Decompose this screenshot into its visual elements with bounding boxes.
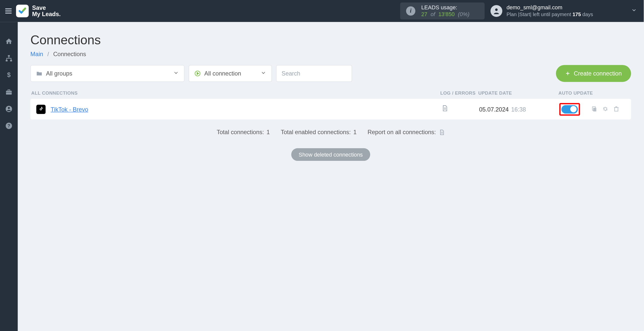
breadcrumb: Main / Connections <box>30 51 631 57</box>
show-deleted-button[interactable]: Show deleted connections <box>291 148 370 161</box>
breadcrumb-main-link[interactable]: Main <box>30 51 43 57</box>
log-icon[interactable] <box>441 105 448 114</box>
svg-rect-8 <box>6 91 12 95</box>
usage-used: 27 <box>421 11 427 17</box>
total-enabled-connections: Total enabled connections: 1 <box>281 129 357 136</box>
user-plan: Plan |Start| left until payment 175 days <box>507 11 593 18</box>
filters-row: All groups All connection Create connect… <box>30 65 631 82</box>
svg-text:$: $ <box>7 71 11 78</box>
connection-status-select[interactable]: All connection <box>189 65 272 82</box>
logo-icon <box>16 5 29 17</box>
user-menu[interactable]: demo_sml@gmail.com Plan |Start| left unt… <box>490 4 637 17</box>
usage-total: 13'850 <box>438 11 455 17</box>
brand-line1: Save <box>32 4 46 11</box>
sidebar: $ ? <box>0 22 18 331</box>
svg-rect-5 <box>6 60 8 61</box>
hamburger-menu-button[interactable] <box>3 5 14 17</box>
user-info: demo_sml@gmail.com Plan |Start| left unt… <box>507 4 593 17</box>
svg-rect-4 <box>8 55 10 57</box>
brand-text: Save My Leads. <box>32 5 61 17</box>
search-input[interactable] <box>276 65 352 82</box>
trash-icon[interactable] <box>613 105 620 113</box>
total-connections: Total connections: 1 <box>217 129 270 136</box>
sidebar-item-billing[interactable]: $ <box>0 67 18 84</box>
user-avatar-icon <box>490 5 502 17</box>
auto-update-toggle[interactable] <box>561 105 578 114</box>
chevron-down-icon <box>631 7 637 15</box>
th-update-date: UPDATE DATE <box>478 90 558 95</box>
info-icon: i <box>406 6 415 16</box>
sidebar-item-connections[interactable] <box>0 50 18 67</box>
gear-icon[interactable] <box>602 105 610 113</box>
copy-icon[interactable] <box>591 105 598 113</box>
main-content: Connections Main / Connections All group… <box>18 22 643 331</box>
th-log-errors: LOG / ERRORS <box>440 90 478 95</box>
tiktok-icon <box>36 104 46 114</box>
create-connection-button[interactable]: Create connection <box>556 65 631 82</box>
breadcrumb-current: Connections <box>53 51 86 57</box>
folder-icon <box>36 70 43 77</box>
leads-usage-panel[interactable]: i LEADS usage: 27 of 13'850 (0%) <box>400 3 484 19</box>
th-all-connections: ALL CONNECTIONS <box>31 90 440 95</box>
topbar: Save My Leads. i LEADS usage: 27 of 13'8… <box>0 0 644 22</box>
svg-point-3 <box>495 9 498 11</box>
th-auto-update: AUTO UPDATE <box>558 90 630 95</box>
connection-link[interactable]: TikTok - Brevo <box>51 106 88 113</box>
page-title: Connections <box>30 33 631 47</box>
usage-label: LEADS usage: <box>421 4 470 11</box>
brand-line2: My Leads. <box>32 11 61 17</box>
brand-logo[interactable]: Save My Leads. <box>16 5 61 17</box>
update-date: 05.07.2024 <box>479 106 509 113</box>
sidebar-item-home[interactable] <box>0 33 18 50</box>
stats-row: Total connections: 1 Total enabled conne… <box>30 129 631 136</box>
svg-point-11 <box>8 107 10 109</box>
play-circle-icon <box>194 70 201 77</box>
svg-rect-20 <box>593 107 596 111</box>
svg-text:?: ? <box>8 123 10 128</box>
chevron-down-icon <box>260 70 266 77</box>
group-select[interactable]: All groups <box>30 65 184 82</box>
highlight-box <box>559 103 580 115</box>
document-icon <box>438 129 445 135</box>
usage-text: LEADS usage: 27 of 13'850 (0%) <box>421 4 470 17</box>
svg-marker-15 <box>197 72 199 75</box>
row-actions <box>591 105 620 113</box>
breadcrumb-sep: / <box>47 51 49 57</box>
group-select-label: All groups <box>46 70 72 77</box>
sidebar-item-profile[interactable] <box>0 100 18 117</box>
update-time: 16:38 <box>511 106 526 113</box>
user-email: demo_sml@gmail.com <box>507 4 593 11</box>
table-header: ALL CONNECTIONS LOG / ERRORS UPDATE DATE… <box>30 90 631 99</box>
report-all-connections[interactable]: Report on all connections: <box>368 129 445 136</box>
usage-of: of <box>431 11 435 17</box>
sidebar-item-briefcase[interactable] <box>0 84 18 100</box>
svg-rect-6 <box>10 60 12 61</box>
sidebar-item-help[interactable]: ? <box>0 117 18 134</box>
conn-select-label: All connection <box>204 70 241 77</box>
plus-icon <box>565 71 571 76</box>
table-row: TikTok - Brevo 05.07.2024 16:38 <box>30 99 631 119</box>
usage-pct: (0%) <box>458 11 470 17</box>
create-connection-label: Create connection <box>574 70 622 77</box>
update-date-cell: 05.07.2024 16:38 <box>479 106 559 113</box>
chevron-down-icon <box>173 70 179 77</box>
